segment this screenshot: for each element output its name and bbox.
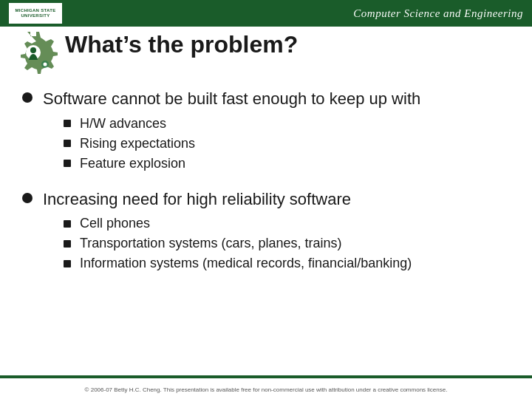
svg-point-3	[43, 62, 47, 66]
header-bar: MICHIGAN STATE UNIVERSITY Computer Scien…	[0, 0, 532, 27]
main-bullet-2: Increasing need for high reliability sof…	[22, 189, 510, 276]
sub-bullet-2-1: Cell phones	[64, 216, 412, 231]
sub-bullet-1-3: Feature explosion	[64, 156, 420, 171]
sub-bullet-2-1-text: Cell phones	[80, 216, 150, 231]
header-title: Computer Science and Engineering	[353, 7, 523, 20]
sub-bullet-1-1: H/W advances	[64, 116, 420, 132]
sub-bullet-2-3: Information systems (medical records, fi…	[64, 256, 412, 271]
sub-bullets-2: Cell phones Transportation systems (cars…	[64, 216, 412, 271]
msu-logo-text: MICHIGAN STATE UNIVERSITY	[16, 8, 56, 18]
slide-logo	[7, 27, 59, 78]
sub-bullet-1-1-text: H/W advances	[80, 116, 166, 132]
msu-logo-box: MICHIGAN STATE UNIVERSITY	[9, 3, 62, 24]
slide-title: What’s the problem?	[65, 31, 298, 58]
sub-bullet-2-2: Transportation systems (cars, planes, tr…	[64, 236, 412, 251]
msu-gear-icon	[10, 29, 58, 77]
sub-bullet-square	[64, 220, 71, 228]
sub-bullet-square	[64, 160, 71, 167]
slide-content: Software cannot be built fast enough to …	[22, 89, 510, 289]
bullet-2-text: Increasing need for high reliability sof…	[43, 189, 412, 211]
main-bullet-1: Software cannot be built fast enough to …	[22, 89, 510, 176]
sub-bullets-1: H/W advances Rising expectations Feature…	[64, 116, 420, 171]
svg-point-1	[30, 47, 36, 53]
bullet-dot-2	[22, 193, 33, 203]
sub-bullet-square	[64, 240, 71, 248]
sub-bullet-2-3-text: Information systems (medical records, fi…	[80, 256, 412, 271]
msu-logo-area: MICHIGAN STATE UNIVERSITY	[9, 3, 62, 24]
sub-bullet-1-2: Rising expectations	[64, 136, 420, 151]
sub-bullet-square	[64, 140, 71, 147]
bullet-1-text: Software cannot be built fast enough to …	[43, 89, 420, 110]
bottom-bar	[0, 375, 532, 378]
bullet-dot-1	[22, 92, 33, 103]
sub-bullet-square	[64, 120, 71, 127]
footer-text: © 2006-07 Betty H.C. Cheng. This present…	[0, 386, 532, 393]
sub-bullet-square	[64, 260, 71, 267]
sub-bullet-1-2-text: Rising expectations	[80, 136, 195, 151]
sub-bullet-2-2-text: Transportation systems (cars, planes, tr…	[80, 236, 341, 251]
sub-bullet-1-3-text: Feature explosion	[80, 156, 185, 171]
